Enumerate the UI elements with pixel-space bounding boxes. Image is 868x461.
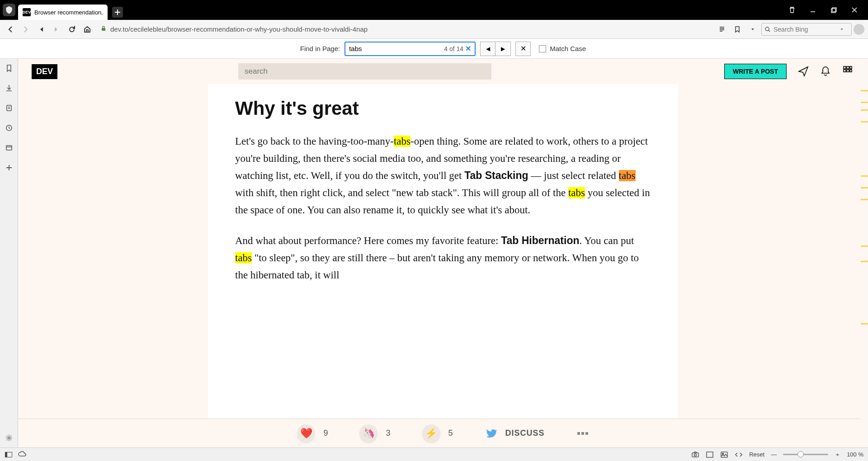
article-paragraph: And what about performance? Here comes m…	[235, 232, 651, 284]
search-engine-field[interactable]	[761, 23, 852, 36]
bookmark-icon[interactable]	[731, 23, 744, 36]
svg-rect-9	[847, 66, 849, 69]
find-prev-button[interactable]: ◀	[480, 42, 495, 56]
svg-point-7	[8, 437, 10, 439]
find-count: 4 of 14	[444, 45, 463, 52]
match-case-toggle[interactable]: Match Case	[539, 45, 586, 52]
search-highlight-active: tabs	[619, 170, 636, 181]
new-tab-button[interactable]	[112, 7, 123, 18]
share-twitter[interactable]: DISCUSS	[485, 427, 545, 440]
find-label: Find in Page:	[300, 45, 340, 52]
unicorn-icon: 🦄	[359, 424, 377, 442]
search-highlight: tabs	[235, 252, 252, 263]
bolt-count: 5	[448, 428, 453, 438]
bolt-reaction[interactable]: ⚡ 5	[422, 424, 453, 442]
match-case-label: Match Case	[550, 45, 586, 52]
dev-search-input[interactable]	[238, 63, 491, 80]
more-options[interactable]	[576, 431, 589, 436]
engagement-bar: ❤️ 9 🦄 3 ⚡ 5 DISCUSS	[18, 419, 868, 447]
article-paragraph: Let's go back to the having-too-many-tab…	[235, 133, 651, 219]
zoom-level: 100 %	[847, 451, 863, 458]
maximize-button[interactable]	[827, 4, 840, 16]
svg-point-3	[765, 27, 769, 31]
svg-rect-2	[102, 28, 105, 31]
svg-point-18	[694, 454, 697, 456]
find-next-button[interactable]: ▶	[495, 42, 511, 56]
history-panel-icon[interactable]	[4, 123, 14, 133]
heart-reaction[interactable]: ❤️ 9	[297, 424, 328, 442]
article-body: Why it's great Let's go back to the havi…	[208, 84, 678, 419]
dev-logo[interactable]: DEV	[32, 64, 57, 79]
write-post-button[interactable]: WRITE A POST	[724, 64, 787, 79]
article-heading: Why it's great	[235, 98, 651, 119]
svg-rect-20	[721, 452, 727, 457]
chevron-down-icon[interactable]	[840, 27, 844, 32]
rewind-button[interactable]	[34, 23, 48, 36]
reload-button[interactable]	[65, 23, 79, 36]
notes-panel-icon[interactable]	[4, 103, 14, 113]
heart-icon: ❤️	[297, 424, 315, 442]
panel-toggle-button[interactable]	[5, 451, 13, 459]
title-bar: DEV Browser recommendation,	[0, 0, 868, 20]
bolt-icon: ⚡	[422, 424, 440, 442]
vivaldi-logo-icon[interactable]	[3, 4, 15, 16]
svg-rect-15	[581, 432, 584, 435]
svg-rect-10	[850, 66, 852, 69]
home-button[interactable]	[80, 23, 94, 36]
capture-icon[interactable]	[691, 451, 699, 459]
fast-forward-button[interactable]	[50, 23, 63, 36]
svg-rect-12	[847, 70, 849, 72]
zoom-minus-button[interactable]: —	[771, 451, 777, 458]
downloads-panel-icon[interactable]	[4, 83, 14, 93]
window-panel-icon[interactable]	[4, 143, 14, 153]
menu-grid-icon[interactable]	[843, 66, 854, 77]
address-bar[interactable]: dev.to/cecilelebleu/browser-recommendati…	[96, 23, 713, 36]
find-clear-button[interactable]: ✕	[465, 44, 471, 53]
notifications-icon[interactable]	[820, 66, 832, 77]
tab-title: Browser recommendation,	[34, 9, 103, 16]
browser-tab[interactable]: DEV Browser recommendation,	[18, 5, 108, 20]
settings-panel-icon[interactable]	[4, 433, 14, 443]
svg-rect-14	[577, 432, 580, 435]
search-highlight: tabs	[568, 187, 585, 198]
reader-view-icon[interactable]	[715, 23, 729, 36]
tiling-icon[interactable]	[706, 451, 714, 459]
svg-rect-19	[707, 452, 713, 457]
svg-rect-8	[844, 66, 846, 69]
close-button[interactable]	[848, 4, 861, 16]
profile-avatar[interactable]	[854, 24, 864, 35]
zoom-slider[interactable]	[783, 454, 828, 455]
bookmarks-panel-icon[interactable]	[4, 63, 14, 73]
connect-icon[interactable]	[797, 66, 809, 77]
page-actions-icon[interactable]	[735, 451, 743, 459]
twitter-icon	[485, 427, 497, 440]
more-icon	[576, 431, 589, 436]
zoom-reset-button[interactable]: Reset	[749, 451, 764, 458]
page-content: DEV WRITE A POST Why it's great Let's go…	[18, 59, 868, 447]
find-input[interactable]	[349, 45, 444, 52]
search-engine-input[interactable]	[774, 26, 837, 33]
find-close-button[interactable]: ✕	[515, 42, 531, 56]
minimize-button[interactable]	[807, 4, 819, 16]
find-input-wrapper: 4 of 14 ✕	[344, 42, 476, 56]
url-text: dev.to/cecilelebleu/browser-recommendati…	[110, 25, 368, 33]
find-in-page-bar: Find in Page: 4 of 14 ✕ ◀ ▶ ✕ Match Case	[0, 39, 868, 59]
zoom-plus-button[interactable]: ＋	[835, 451, 840, 459]
images-toggle-icon[interactable]	[720, 451, 728, 459]
svg-rect-13	[850, 70, 852, 72]
add-panel-icon[interactable]	[4, 163, 14, 173]
heart-count: 9	[323, 428, 328, 438]
scroll-minimap[interactable]	[860, 59, 868, 447]
match-case-checkbox[interactable]	[539, 45, 546, 52]
side-panel	[0, 59, 18, 447]
back-button[interactable]	[4, 23, 17, 36]
tab-favicon-icon: DEV	[23, 8, 31, 16]
svg-rect-16	[585, 432, 588, 435]
forward-button[interactable]	[19, 23, 33, 36]
svg-rect-6	[6, 146, 12, 150]
status-bar: Reset — ＋ 100 %	[0, 447, 868, 461]
unicorn-reaction[interactable]: 🦄 3	[359, 424, 390, 442]
bookmark-dropdown-icon[interactable]	[746, 23, 760, 36]
trash-icon[interactable]	[786, 4, 798, 16]
sync-icon[interactable]	[18, 451, 26, 459]
